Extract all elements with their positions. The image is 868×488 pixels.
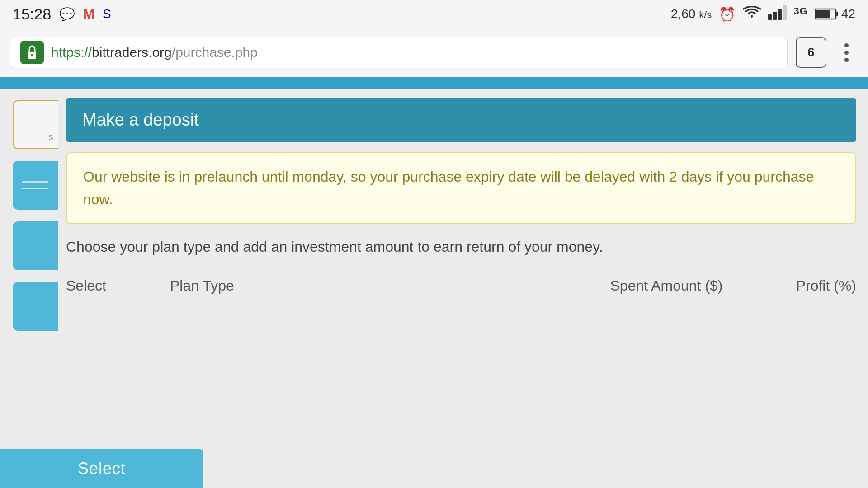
col-plan-type: Plan Type <box>170 277 594 294</box>
select-button-label[interactable]: Select <box>78 459 126 478</box>
deposit-header: Make a deposit <box>66 98 856 142</box>
notice-text: Our website is in prelaunch until monday… <box>83 166 839 211</box>
url-display[interactable]: https://bittraders.org/purchase.php <box>51 45 777 60</box>
table-header: Select Plan Type Spent Amount ($) Profit… <box>66 269 856 298</box>
status-left: 15:28 💬 M S <box>13 5 111 23</box>
sidebar-item-3[interactable] <box>0 219 58 273</box>
skype-icon: S <box>103 7 111 21</box>
col-profit: Profit (%) <box>739 277 856 294</box>
clock-icon: ⏰ <box>719 6 736 22</box>
sidebar-item-2[interactable] <box>0 158 58 212</box>
notice-box: Our website is in prelaunch until monday… <box>66 152 856 224</box>
chat-icon: 💬 <box>59 7 75 22</box>
col-spent-amount: Spent Amount ($) <box>594 277 739 294</box>
sidebar-card-top: s <box>13 100 58 149</box>
menu-dot <box>844 43 849 47</box>
sidebar: s <box>0 89 58 488</box>
svg-point-8 <box>31 54 33 56</box>
sidebar-card-last <box>13 282 58 331</box>
status-bar: 15:28 💬 M S 2,60 k/s ⏰ <box>0 0 868 28</box>
main-content: Make a deposit Our website is in prelaun… <box>58 89 868 488</box>
svg-rect-0 <box>768 14 772 20</box>
svg-rect-2 <box>778 9 782 20</box>
menu-dot <box>844 51 849 55</box>
menu-dot <box>844 58 849 62</box>
data-speed: 2,60 k/s <box>671 7 712 21</box>
deposit-header-title: Make a deposit <box>82 110 199 130</box>
bottom-select-bar[interactable]: Select <box>0 449 203 488</box>
svg-rect-3 <box>783 5 787 20</box>
sidebar-card-mid <box>13 161 58 210</box>
sidebar-line <box>22 181 48 183</box>
wifi-icon <box>743 6 761 23</box>
battery-icon: 42 <box>815 7 855 21</box>
svg-rect-6 <box>816 10 830 18</box>
svg-rect-1 <box>773 12 777 20</box>
choose-plan-description: Choose your plan type and add an investm… <box>66 234 856 259</box>
sidebar-item-4[interactable] <box>0 279 58 333</box>
signal-icon: 3G <box>768 5 808 23</box>
address-bar-row: https://bittraders.org/purchase.php 6 <box>0 28 868 77</box>
lock-icon <box>20 41 44 64</box>
col-select: Select <box>66 277 170 294</box>
sidebar-line <box>22 188 48 189</box>
sidebar-item-1[interactable]: s <box>0 98 58 152</box>
svg-rect-5 <box>836 12 838 16</box>
status-time: 15:28 <box>13 5 51 23</box>
address-bar[interactable]: https://bittraders.org/purchase.php <box>10 37 788 68</box>
page-content: s Make a deposit Our website is <box>0 89 868 488</box>
status-right: 2,60 k/s ⏰ 3G <box>671 5 855 23</box>
tab-count-button[interactable]: 6 <box>796 37 826 68</box>
battery-level: 42 <box>841 7 855 21</box>
gmail-icon: M <box>83 6 94 22</box>
sidebar-s-label: s <box>48 131 53 143</box>
browser-menu-button[interactable] <box>835 41 858 64</box>
sidebar-card-blue <box>13 221 58 270</box>
blue-accent-bar <box>0 77 868 89</box>
